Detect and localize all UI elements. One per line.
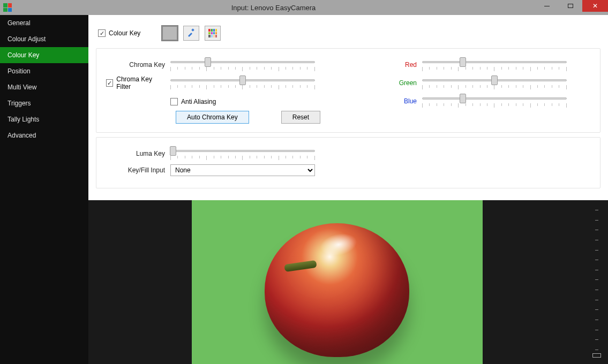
- sidebar-item-label: Triggers: [7, 100, 31, 107]
- sidebar-item-colour-key[interactable]: Colour Key: [0, 47, 88, 63]
- minimize-button[interactable]: [535, 0, 559, 12]
- red-label: Red: [358, 61, 422, 69]
- sidebar-item-tally-lights[interactable]: Tally Lights: [0, 111, 88, 127]
- window-title: Input: Lenovo EasyCamera: [12, 4, 535, 12]
- luma-key-slider[interactable]: [170, 146, 315, 161]
- svg-rect-0: [192, 28, 195, 32]
- green-label: Green: [358, 79, 422, 87]
- sidebar-item-colour-adjust[interactable]: Colour Adjust: [0, 31, 88, 47]
- preview-area: [88, 200, 608, 364]
- sidebar-item-label: Colour Key: [7, 51, 39, 59]
- close-button[interactable]: ✕: [582, 0, 608, 12]
- sidebar-item-label: General: [7, 19, 31, 27]
- auto-chroma-key-button[interactable]: Auto Chroma Key: [176, 111, 249, 124]
- sidebar-item-position[interactable]: Position: [0, 63, 88, 79]
- sidebar-item-label: Advanced: [7, 132, 36, 139]
- anti-aliasing-enable[interactable]: Anti Aliasing: [170, 98, 216, 105]
- sidebar-item-multi-view[interactable]: Multi View: [0, 79, 88, 95]
- chroma-key-filter-enable[interactable]: Chroma Key Filter: [106, 75, 170, 90]
- maximize-button[interactable]: [559, 0, 582, 12]
- sidebar-item-label: Tally Lights: [7, 116, 39, 123]
- sidebar-item-label: Colour Adjust: [7, 35, 46, 43]
- palette-icon: [208, 29, 217, 37]
- palette-button[interactable]: [205, 26, 221, 41]
- apple-image: [265, 223, 409, 357]
- chroma-key-filter-label: Chroma Key Filter: [116, 75, 165, 90]
- chroma-key-filter-slider[interactable]: [170, 75, 315, 90]
- volume-slider[interactable]: [586, 200, 608, 364]
- chroma-key-slider[interactable]: [170, 57, 315, 72]
- sidebar: General Colour Adjust Colour Key Positio…: [0, 15, 88, 364]
- video-preview: [192, 200, 483, 364]
- key-fill-input-select[interactable]: None: [170, 164, 315, 176]
- sidebar-item-advanced[interactable]: Advanced: [0, 127, 88, 143]
- blue-slider[interactable]: [422, 94, 567, 109]
- checkbox-icon: [106, 79, 113, 87]
- reset-button[interactable]: Reset: [281, 111, 320, 124]
- anti-aliasing-label: Anti Aliasing: [181, 98, 216, 105]
- eyedropper-icon: [187, 28, 196, 39]
- checkbox-icon: [98, 29, 106, 37]
- eyedropper-button[interactable]: [183, 26, 199, 41]
- volume-slider-thumb[interactable]: [592, 353, 601, 358]
- sidebar-item-triggers[interactable]: Triggers: [0, 95, 88, 111]
- red-slider[interactable]: [422, 57, 567, 72]
- checkbox-icon: [170, 98, 178, 105]
- luma-key-label: Luma Key: [106, 150, 170, 157]
- window-controls: ✕: [535, 0, 608, 15]
- green-slider[interactable]: [422, 75, 567, 90]
- chroma-key-label: Chroma Key: [106, 61, 170, 69]
- key-fill-input-label: Key/Fill Input: [106, 166, 170, 174]
- blue-label: Blue: [358, 97, 422, 105]
- sidebar-item-label: Multi View: [7, 84, 36, 91]
- key-colour-swatch[interactable]: [162, 26, 178, 41]
- colour-key-enable-label: Colour Key: [109, 29, 140, 37]
- sidebar-item-general[interactable]: General: [0, 15, 88, 31]
- sidebar-item-label: Position: [7, 67, 31, 75]
- colour-key-enable[interactable]: Colour Key: [98, 29, 140, 37]
- app-logo-icon: [3, 3, 12, 12]
- titlebar: Input: Lenovo EasyCamera ✕: [0, 0, 608, 15]
